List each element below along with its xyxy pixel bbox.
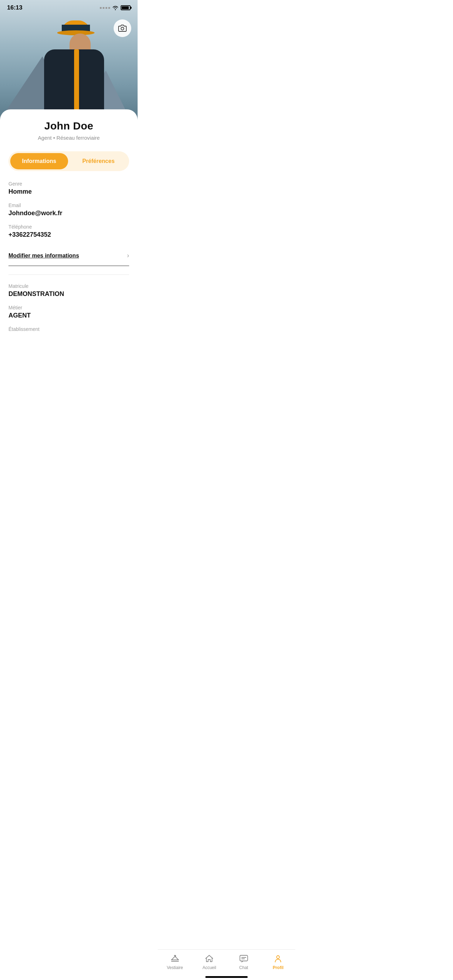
profile-subtitle: Agent • Réseau ferroviaire	[8, 135, 129, 141]
matricule-label: Matricule	[8, 283, 129, 289]
edit-info-text: Modifier mes informations	[8, 253, 79, 259]
camera-button[interactable]	[114, 19, 131, 37]
metier-label: Métier	[8, 305, 129, 310]
status-time: 16:13	[7, 4, 22, 11]
genre-value: Homme	[8, 188, 129, 196]
tab-switcher: Informations Préférences	[8, 151, 129, 171]
signal-icon	[100, 7, 110, 9]
wifi-icon	[112, 5, 119, 10]
edit-info-link[interactable]: Modifier mes informations ›	[8, 245, 129, 266]
genre-section: Genre Homme	[8, 181, 129, 196]
genre-label: Genre	[8, 181, 129, 187]
email-section: Email Johndoe@work.fr	[8, 202, 129, 217]
tab-informations[interactable]: Informations	[10, 153, 68, 169]
telephone-value: +33622754352	[8, 231, 129, 239]
metier-section: Métier AGENT	[8, 305, 129, 319]
hero-image	[0, 0, 138, 120]
chevron-right-icon: ›	[127, 252, 129, 259]
camera-icon	[118, 24, 127, 32]
telephone-label: Téléphone	[8, 224, 129, 230]
matricule-section: Matricule DEMONSTRATION	[8, 283, 129, 298]
telephone-section: Téléphone +33622754352	[8, 224, 129, 239]
battery-icon	[121, 5, 130, 10]
profile-photo	[41, 21, 111, 120]
metier-value: AGENT	[8, 312, 129, 319]
profile-name: John Doe	[8, 120, 129, 132]
profile-card: John Doe Agent • Réseau ferroviaire Info…	[0, 109, 138, 374]
section-divider	[8, 274, 129, 275]
email-value: Johndoe@work.fr	[8, 210, 129, 217]
status-icons	[100, 5, 130, 10]
email-label: Email	[8, 202, 129, 208]
status-bar: 16:13	[0, 0, 138, 14]
etablissement-label: Établissement	[8, 326, 129, 332]
svg-point-0	[121, 27, 124, 30]
tab-preferences[interactable]: Préférences	[70, 153, 127, 169]
etablissement-section: Établissement	[8, 326, 129, 332]
matricule-value: DEMONSTRATION	[8, 290, 129, 298]
